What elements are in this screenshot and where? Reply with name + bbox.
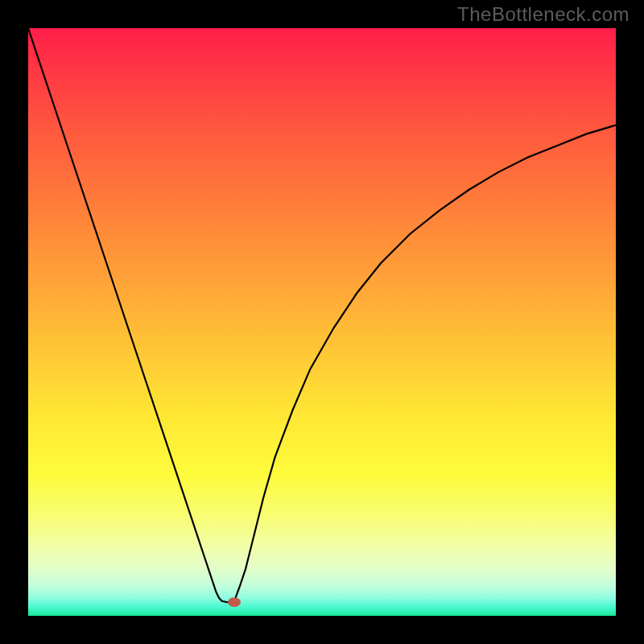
curve-left-branch (28, 28, 234, 602)
chart-plot-area (28, 28, 616, 616)
curve-right-branch (234, 125, 617, 602)
watermark-text: TheBottleneck.com (457, 3, 630, 26)
chart-curve-svg (28, 28, 616, 616)
chart-minimum-marker (228, 597, 241, 607)
